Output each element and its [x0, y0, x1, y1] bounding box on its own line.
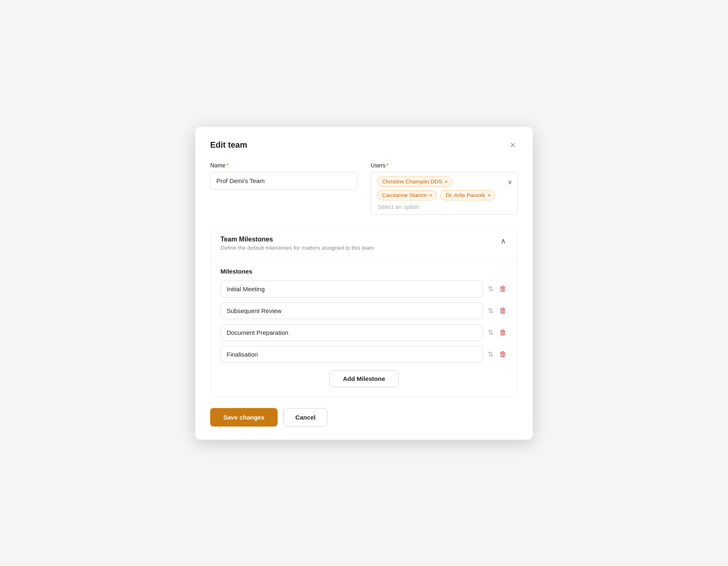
sort-icon-4[interactable]: ⇅	[487, 348, 494, 360]
users-field-group: Users * Christine Champlin DDS × Carolan…	[371, 162, 518, 215]
milestone-input-3[interactable]	[220, 324, 483, 341]
delete-icon-3[interactable]: 🗑	[498, 327, 508, 339]
collapse-button[interactable]: ∧	[499, 236, 508, 246]
sort-icon-2[interactable]: ⇅	[487, 305, 494, 317]
close-button[interactable]: ×	[508, 140, 518, 151]
form-row: Name * Users * Christine Champlin DDS × …	[210, 162, 518, 215]
name-input[interactable]	[210, 172, 357, 190]
milestones-title: Team Milestones	[220, 236, 374, 243]
sort-icon-3[interactable]: ⇅	[487, 327, 494, 339]
users-field[interactable]: Christine Champlin DDS × Carolanne Stamm…	[371, 172, 518, 215]
user-tag-name: Christine Champlin DDS	[382, 179, 442, 185]
user-tag: Dr. Arlie Paucek ×	[440, 190, 495, 200]
save-changes-button[interactable]: Save changes	[210, 408, 278, 427]
tag-remove-christine[interactable]: ×	[445, 179, 448, 184]
milestones-section: Team Milestones Define the default miles…	[210, 226, 518, 397]
users-required-star: *	[387, 162, 389, 169]
user-tag: Christine Champlin DDS ×	[377, 176, 452, 187]
milestones-label: Milestones	[220, 268, 508, 275]
users-label: Users *	[371, 162, 518, 169]
milestones-body: Milestones ⇅ 🗑 ⇅ 🗑 ⇅ 🗑 ⇅ 🗑 Ad	[211, 258, 517, 396]
milestone-row: ⇅ 🗑	[220, 324, 508, 341]
edit-team-modal: Edit team × Name * Users * Christine Cha…	[195, 127, 533, 440]
tag-remove-arlie[interactable]: ×	[487, 193, 491, 198]
modal-title: Edit team	[210, 140, 247, 150]
milestone-row: ⇅ 🗑	[220, 346, 508, 363]
cancel-button[interactable]: Cancel	[283, 408, 327, 427]
milestone-row: ⇅ 🗑	[220, 302, 508, 319]
name-required-star: *	[226, 162, 228, 169]
delete-icon-1[interactable]: 🗑	[498, 283, 508, 295]
milestone-input-4[interactable]	[220, 346, 483, 363]
footer-buttons: Save changes Cancel	[210, 408, 518, 427]
name-label: Name *	[210, 162, 357, 169]
delete-icon-4[interactable]: 🗑	[498, 348, 508, 360]
tag-remove-carolanne[interactable]: ×	[429, 193, 433, 198]
name-field-group: Name *	[210, 162, 357, 215]
user-tag-name: Carolanne Stamm	[382, 192, 427, 198]
milestone-input-1[interactable]	[220, 281, 483, 297]
milestones-description: Define the default milestones for matter…	[220, 245, 374, 251]
users-placeholder: Select an option	[377, 204, 512, 210]
modal-header: Edit team ×	[210, 140, 518, 151]
users-tags-row: Christine Champlin DDS × Carolanne Stamm…	[377, 176, 512, 200]
milestone-row: ⇅ 🗑	[220, 281, 508, 297]
chevron-down-icon[interactable]: ∨	[508, 178, 512, 186]
sort-icon-1[interactable]: ⇅	[487, 283, 494, 295]
milestone-input-2[interactable]	[220, 302, 483, 319]
user-tag-name: Dr. Arlie Paucek	[445, 192, 485, 198]
user-tag: Carolanne Stamm ×	[377, 190, 437, 200]
milestones-header: Team Milestones Define the default miles…	[211, 227, 517, 258]
delete-icon-2[interactable]: 🗑	[498, 305, 508, 317]
add-milestone-button[interactable]: Add Milestone	[329, 370, 399, 387]
